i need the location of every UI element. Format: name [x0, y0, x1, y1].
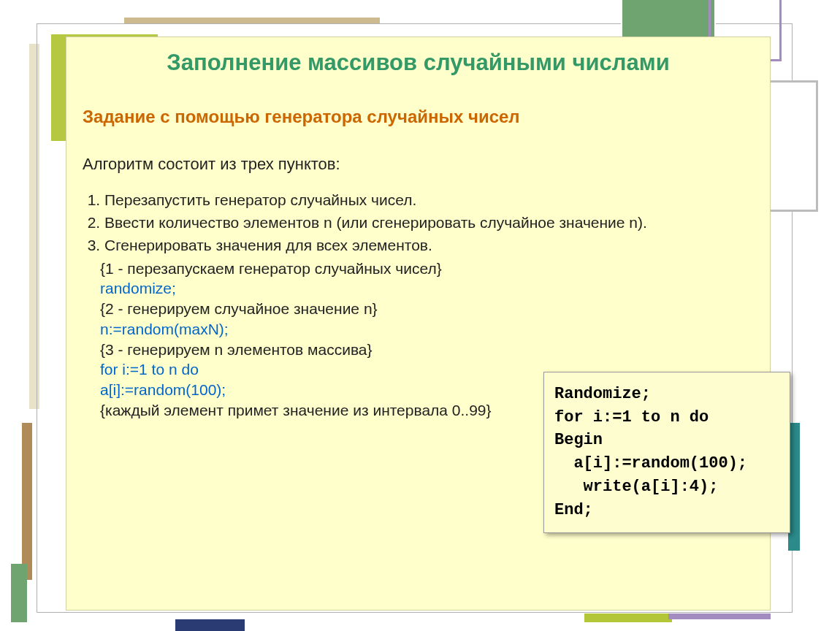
intro-text: Алгоритм состоит из трех пунктов: [83, 155, 757, 174]
decor-bar [124, 18, 380, 23]
decor-bar [22, 423, 32, 580]
decor-bar [584, 613, 672, 622]
comment-line: {1 - перезапускаем генератор случайных ч… [100, 259, 757, 279]
code-snippet-box: Randomize; for i:=1 to n do Begin a[i]:=… [543, 372, 790, 533]
decor-bar [668, 613, 771, 619]
step-2: Ввести количество элементов n (или сгене… [104, 213, 757, 232]
algorithm-steps: Перезапустить генератор случайных чисел.… [104, 190, 757, 256]
decor-bar [11, 564, 27, 622]
slide-subtitle: Задание с помощью генератора случайных ч… [83, 107, 757, 127]
step-1: Перезапустить генератор случайных чисел. [104, 190, 757, 210]
comment-line: {3 - генерируем n элементов массива} [100, 340, 757, 360]
slide-title: Заполнение массивов случайными числами [80, 49, 757, 77]
decor-bar [175, 619, 245, 631]
code-line: n:=random(maxN); [100, 319, 757, 340]
step-3: Сгенерировать значения для всех элементо… [104, 235, 757, 255]
code-line: randomize; [100, 278, 757, 299]
slide-content: Заполнение массивов случайными числами З… [66, 37, 771, 611]
comment-line: {2 - генерируем случайное значение n} [100, 299, 757, 319]
